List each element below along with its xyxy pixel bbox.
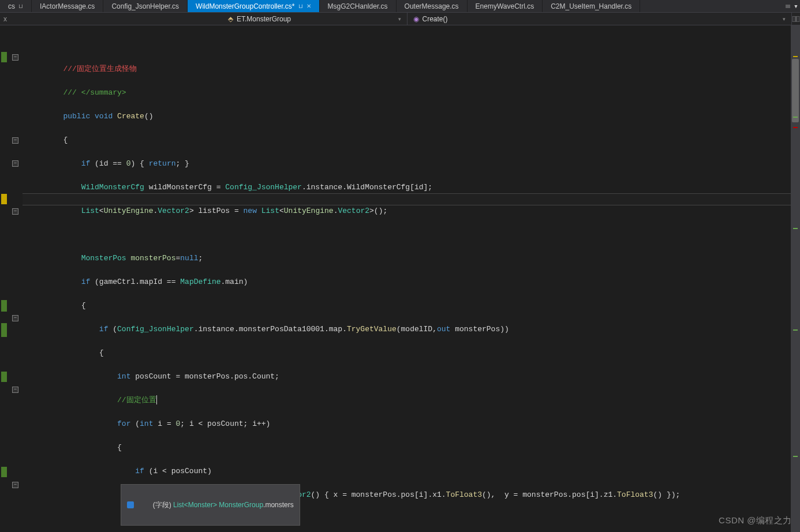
nav-member-label: Create() (423, 15, 448, 23)
tab-label: MsgG2CHanlder.cs (328, 2, 388, 10)
fold-toggle[interactable]: − (12, 208, 18, 215)
nav-namespace[interactable]: ⬘ ET.MonsterGroup ▾ (23, 13, 408, 25)
tab-overflow[interactable] (784, 0, 792, 12)
tab-bar: cs ⊔ IActorMessage.cs Config_JsonHelper.… (0, 0, 800, 13)
marker-gutter (0, 25, 9, 532)
tab-c2museitemhandler[interactable]: C2M_UseItem_Handler.cs (543, 0, 640, 12)
tab-wildmonstergroupcontroller[interactable]: WildMonsterGroupController.cs* ⊔ ✕ (188, 0, 319, 12)
split-view-icon[interactable] (792, 16, 800, 22)
tab-msgg2chandler[interactable]: MsgG2CHanlder.cs (320, 0, 397, 12)
current-line-highlight (23, 193, 791, 205)
tab-cs[interactable]: cs ⊔ (0, 0, 32, 12)
svg-rect-1 (797, 16, 799, 22)
tab-label: EnemyWaveCtrl.cs (476, 2, 534, 10)
tooltip-signature: List<Monster> MonsterGroup (173, 501, 263, 509)
pin-icon[interactable]: ⊔ (18, 3, 23, 9)
fold-toggle[interactable]: − (12, 387, 18, 393)
tab-dropdown[interactable]: ▾ (792, 0, 800, 12)
tab-configjsonhelper[interactable]: Config_JsonHelper.cs (103, 0, 188, 12)
svg-rect-0 (792, 16, 795, 22)
code-area[interactable]: ///固定位置生成怪物 /// </summary> public void C… (23, 25, 791, 532)
scrollbar-markers (793, 25, 798, 532)
nav-namespace-label: ET.MonsterGroup (237, 15, 291, 23)
fold-toggle[interactable]: − (12, 160, 18, 167)
vertical-scrollbar[interactable] (791, 25, 800, 532)
fold-toggle[interactable]: − (12, 482, 18, 488)
tab-label: IActorMessage.cs (40, 2, 95, 10)
fold-toggle[interactable]: − (12, 315, 18, 321)
nav-member[interactable]: ◉ Create() ▾ (408, 13, 792, 25)
chevron-down-icon: ▾ (783, 16, 786, 22)
field-icon (127, 501, 134, 508)
fold-toggle[interactable]: − (12, 54, 18, 61)
intellisense-tooltip: (字段) List<Monster> MonsterGroup.monsters (121, 484, 300, 526)
chevron-down-icon: ▾ (398, 16, 401, 22)
tab-label: WildMonsterGroupController.cs* (196, 2, 294, 10)
pin-icon[interactable]: ⊔ (298, 3, 303, 9)
fold-gutter: − − − − − − − (9, 25, 23, 532)
tooltip-member: .monsters (263, 501, 294, 509)
tooltip-kind: (字段) (153, 501, 173, 509)
tab-label: Config_JsonHelper.cs (111, 2, 179, 10)
tab-enemywavectrl[interactable]: EnemyWaveCtrl.cs (468, 0, 543, 12)
tab-label: OuterMessage.cs (405, 2, 459, 10)
close-icon[interactable]: ✕ (306, 3, 311, 9)
tab-label: cs (8, 2, 15, 10)
tab-label: C2M_UseItem_Handler.cs (551, 2, 631, 10)
watermark: CSDN @编程之力 (719, 515, 792, 526)
text-cursor (156, 395, 157, 404)
fold-toggle[interactable]: − (12, 137, 18, 144)
nav-left[interactable]: x (0, 15, 23, 23)
tab-iactormessage[interactable]: IActorMessage.cs (32, 0, 103, 12)
code-editor[interactable]: − − − − − − − ///固定位置生成怪物 /// </summary>… (0, 25, 800, 532)
tab-outermessage[interactable]: OuterMessage.cs (397, 0, 468, 12)
nav-bar: x ⬘ ET.MonsterGroup ▾ ◉ Create() ▾ (0, 13, 800, 25)
